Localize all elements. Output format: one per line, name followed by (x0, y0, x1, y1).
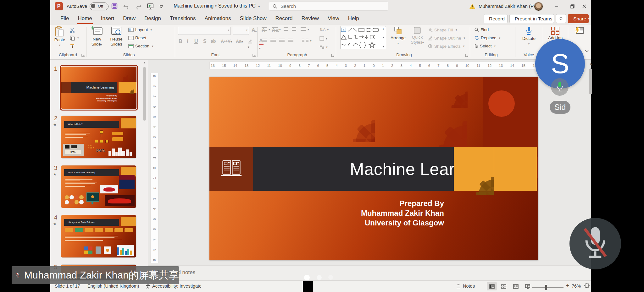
accessibility-status[interactable]: Accessibility: Investigate (152, 284, 202, 289)
fit-slide-to-window-button[interactable] (584, 283, 590, 288)
tab-draw[interactable]: Draw (119, 13, 140, 25)
select-button[interactable]: Select (474, 44, 496, 48)
record-button[interactable]: Record (484, 14, 508, 23)
notes-pane[interactable]: Click to add notes (148, 265, 591, 281)
scroll-up-icon[interactable]: ▲ (589, 62, 592, 65)
save-icon[interactable] (111, 3, 118, 10)
arrange-button[interactable]: Arrange (389, 26, 407, 46)
slide-thumbnail-2[interactable]: What is Data? (61, 116, 136, 159)
language-indicator[interactable]: English (United Kingdom) (87, 284, 139, 289)
columns-button[interactable] (302, 39, 312, 43)
mute-button[interactable] (569, 218, 621, 269)
tab-transitions[interactable]: Transitions (165, 13, 200, 25)
redo-icon[interactable] (135, 3, 142, 10)
undo-icon[interactable] (123, 3, 130, 10)
shape-outline-button[interactable]: Shape Outline (428, 35, 465, 41)
copy-button[interactable] (70, 35, 79, 41)
customize-toolbar-icon[interactable] (158, 3, 164, 10)
shapes-gallery[interactable]: A (340, 26, 386, 49)
character-spacing-button[interactable]: A⇿V (221, 39, 232, 44)
scrollbar-thumb[interactable] (589, 68, 592, 94)
shapes-gallery-scrollbar[interactable]: ▴ ▾ ▾ (381, 27, 386, 49)
new-slide-button[interactable]: New Slide (89, 26, 105, 47)
add-ins-button[interactable]: Add-ins (546, 26, 565, 41)
close-button[interactable] (577, 0, 591, 13)
font-dialog-launcher[interactable] (252, 53, 256, 57)
zoom-out-button[interactable]: − (527, 283, 530, 289)
normal-view-button[interactable] (487, 282, 497, 290)
quick-styles-button[interactable]: Quick Styles (409, 26, 426, 45)
horizontal-ruler[interactable]: 1615141312111098765432101234567891011121… (209, 62, 538, 69)
layout-button[interactable]: Layout (128, 27, 152, 32)
paste-button[interactable]: Paste (52, 26, 67, 48)
tab-animations[interactable]: Animations (200, 13, 235, 25)
shadow-button[interactable]: S (203, 39, 207, 44)
document-title[interactable]: Machine Learning • Saved to this PC ▾ (174, 3, 260, 9)
participant-name-badge[interactable]: Sid (550, 101, 570, 114)
tab-slide-show[interactable]: Slide Show (236, 13, 271, 25)
tab-help[interactable]: Help (344, 13, 364, 25)
warning-icon[interactable] (469, 3, 475, 9)
justify-button[interactable] (288, 39, 293, 43)
italic-button[interactable]: I (187, 39, 188, 44)
underline-button[interactable]: U (194, 39, 198, 44)
align-text-button[interactable] (319, 36, 327, 41)
shapes-scroll-up-icon[interactable]: ▴ (383, 27, 384, 30)
tab-record[interactable]: Record (271, 13, 297, 25)
tab-view[interactable]: View (323, 13, 344, 25)
slide-sorter-view-button[interactable] (499, 282, 509, 290)
find-button[interactable]: Find (474, 27, 489, 32)
reuse-slides-button[interactable]: Reuse Slides (108, 26, 125, 47)
slide-editor[interactable]: Machine Learning Prepared By Muhammad Za… (209, 77, 538, 260)
bullets-button[interactable] (262, 27, 270, 31)
slide-indicator[interactable]: Slide 1 of 17 (55, 284, 80, 289)
drawing-dialog-launcher[interactable] (465, 53, 469, 57)
shape-fill-button[interactable]: Shape Fill (428, 27, 457, 32)
user-avatar[interactable] (534, 2, 543, 11)
search-box[interactable] (269, 2, 388, 11)
slide-thumbnail-3[interactable]: What is Machine Learning (61, 165, 136, 208)
scroll-up-icon[interactable]: ▲ (143, 61, 146, 64)
vertical-ruler[interactable]: 9876543210123456789 (150, 73, 158, 263)
reading-view-button[interactable] (511, 282, 521, 290)
reset-button[interactable]: Reset (128, 35, 146, 40)
powerpoint-logo-icon[interactable]: P (55, 2, 63, 10)
thumbnail-scrollbar[interactable]: ▲ ▼ (142, 60, 147, 280)
zoom-slider-thumb[interactable] (545, 285, 547, 290)
collapse-ribbon-chevron-icon[interactable] (585, 50, 589, 52)
bold-button[interactable]: B (179, 39, 182, 44)
change-case-button[interactable]: Aa (236, 39, 243, 44)
notes-toggle-button[interactable]: Notes (456, 284, 475, 289)
section-button[interactable]: Section (128, 44, 153, 48)
scrollbar-thumb[interactable] (143, 67, 146, 121)
clipboard-dialog-launcher[interactable] (81, 53, 85, 57)
replace-button[interactable]: b c Replace (474, 35, 500, 40)
align-right-button[interactable] (279, 39, 285, 43)
shape-effects-button[interactable]: Shape Effects (428, 44, 464, 49)
present-in-teams-button[interactable]: T Present in Teams (509, 14, 554, 23)
decrease-indent-button[interactable] (284, 27, 288, 31)
align-left-button[interactable] (262, 39, 267, 43)
tab-home[interactable]: Home (73, 13, 96, 25)
increase-indent-button[interactable] (292, 27, 296, 31)
font-size-combobox[interactable] (233, 27, 249, 35)
zoom-in-button[interactable]: + (566, 283, 569, 289)
shapes-scroll-down-icon[interactable]: ▾ (383, 36, 384, 39)
tab-review[interactable]: Review (297, 13, 323, 25)
line-spacing-button[interactable] (301, 27, 309, 31)
font-name-combobox[interactable] (178, 27, 231, 35)
paragraph-dialog-launcher[interactable] (331, 53, 335, 57)
tab-design[interactable]: Design (140, 13, 165, 25)
tab-insert[interactable]: Insert (97, 13, 119, 25)
zoom-level[interactable]: 76% (572, 284, 581, 289)
user-name[interactable]: Muhammad Zakir Khan (PGR) (479, 3, 542, 9)
designer-button[interactable] (571, 26, 587, 35)
align-center-button[interactable] (270, 39, 276, 43)
slide-subtitle[interactable]: Prepared By Muhammad Zakir Khan Universi… (361, 198, 444, 228)
cut-button[interactable] (70, 28, 75, 33)
format-painter-button[interactable] (70, 43, 75, 48)
convert-to-smartart-button[interactable] (319, 45, 328, 49)
autosave-toggle[interactable]: Off (90, 3, 108, 10)
minimize-button[interactable] (550, 0, 564, 13)
search-input[interactable] (280, 3, 375, 9)
